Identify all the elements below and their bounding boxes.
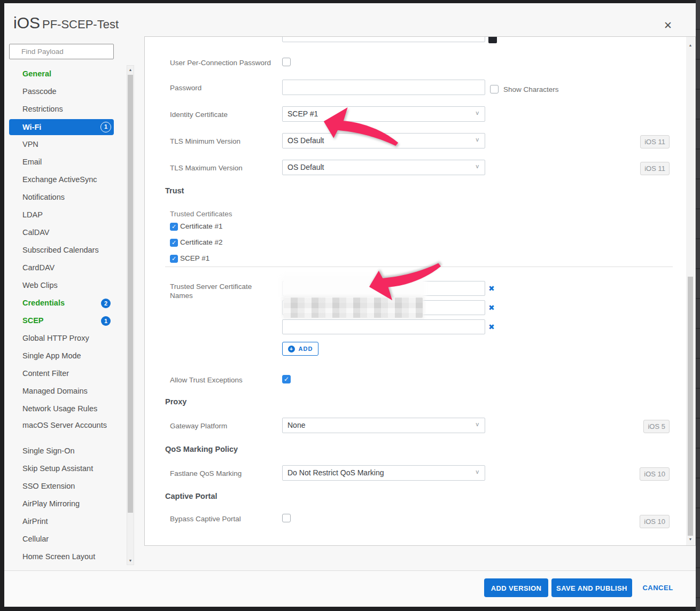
select-identity-certificate[interactable]: SCEP #1v — [282, 106, 485, 122]
sidebar-item-web-clips[interactable]: Web Clips — [9, 277, 114, 294]
certificate-name-input[interactable] — [282, 319, 485, 334]
form-scrollbar[interactable]: ▲ ▼ — [686, 37, 695, 545]
field-label: Fastlane QoS Marking — [170, 469, 279, 478]
sidebar-item-label: Notifications — [22, 193, 65, 201]
scroll-up-icon[interactable]: ▲ — [686, 43, 695, 47]
sidebar-item-restrictions[interactable]: Restrictions — [9, 100, 114, 118]
sidebar-item-cellular[interactable]: Cellular — [9, 530, 114, 548]
select-fastlane-qos-marking[interactable]: Do Not Restrict QoS Markingv — [282, 465, 485, 481]
select-value: OS Default — [287, 160, 324, 175]
remove-icon[interactable]: ✖ — [488, 304, 495, 311]
sidebar-item-caldav[interactable]: CalDAV — [9, 224, 114, 241]
chevron-down-icon: v — [476, 421, 479, 427]
close-icon[interactable]: ✕ — [664, 20, 672, 32]
sidebar-scrollbar[interactable]: ▲ ▼ — [127, 65, 134, 565]
select-value: SCEP #1 — [287, 107, 318, 121]
add-button[interactable]: +ADD — [282, 342, 318, 356]
cropped-top-field[interactable] — [282, 36, 485, 42]
select-gateway-platform[interactable]: Nonev — [282, 418, 485, 433]
select-value: Do Not Restrict QoS Marking — [287, 466, 384, 480]
checkbox-checked[interactable]: ✓ — [282, 375, 291, 383]
sidebar-item-label: Home Screen Layout — [22, 552, 95, 561]
sidebar-item-single-app-mode[interactable]: Single App Mode — [9, 347, 114, 365]
sidebar-item-scep[interactable]: SCEP1 — [9, 312, 114, 330]
sidebar-item-label: Network Usage Rules — [22, 404, 97, 413]
field-label: Bypass Captive Portal — [170, 514, 279, 523]
cropped-top-checkbox — [488, 36, 497, 43]
sidebar-item-label: Exchange ActiveSync — [22, 175, 97, 184]
chevron-down-icon: v — [476, 163, 479, 169]
sidebar-item-carddav[interactable]: CardDAV — [9, 259, 114, 277]
sidebar-item-label: macOS Server Accounts — [22, 421, 107, 429]
sidebar-item-email[interactable]: Email — [9, 153, 114, 171]
sidebar-item-macos-server-accounts[interactable]: macOS Server Accounts — [9, 418, 114, 442]
payload-count-badge: 1 — [100, 122, 111, 132]
sidebar-item-network-usage-rules[interactable]: Network Usage Rules — [9, 400, 114, 418]
sidebar-item-label: CalDAV — [22, 228, 50, 237]
sidebar-item-general[interactable]: General — [9, 65, 114, 83]
redacted-value — [284, 277, 423, 297]
sidebar-item-single-sign-on[interactable]: Single Sign-On — [9, 442, 114, 460]
sidebar-item-label: Subscribed Calendars — [22, 246, 99, 254]
select-tls-minimum-version[interactable]: OS Defaultv — [282, 133, 485, 148]
checkbox-checked[interactable]: ✓ — [170, 239, 178, 247]
save-and-publish-button[interactable]: SAVE AND PUBLISH — [551, 578, 632, 597]
field-label: TLS Maximum Version — [170, 163, 279, 173]
checkbox-checked[interactable]: ✓ — [170, 255, 178, 263]
page-title: PF-SCEP-Test — [42, 18, 119, 32]
sidebar-item-global-http-proxy[interactable]: Global HTTP Proxy — [9, 330, 114, 347]
sidebar-item-airprint[interactable]: AirPrint — [9, 513, 114, 530]
side-checkbox-label: Show Characters — [503, 85, 559, 94]
sidebar-item-subscribed-calendars[interactable]: Subscribed Calendars — [9, 241, 114, 259]
checkbox-checked[interactable]: ✓ — [170, 223, 178, 231]
sidebar-item-airplay-mirroring[interactable]: AirPlay Mirroring — [9, 495, 114, 513]
chevron-down-icon: v — [476, 109, 479, 116]
group-label: Trusted Certificates — [170, 210, 232, 218]
cancel-button[interactable]: CANCEL — [639, 578, 676, 597]
trusted-certificate-label: Certificate #2 — [180, 238, 223, 247]
remove-icon[interactable]: ✖ — [488, 323, 495, 331]
checkbox-unchecked[interactable] — [282, 514, 291, 522]
payload-count-badge: 1 — [101, 316, 111, 326]
sidebar-item-vpn[interactable]: VPN — [9, 136, 114, 153]
ios-version-badge: iOS 10 — [640, 515, 670, 528]
add-version-button[interactable]: ADD VERSION — [484, 578, 548, 597]
sidebar-item-label: VPN — [22, 140, 38, 148]
sidebar-item-credentials[interactable]: Credentials2 — [9, 294, 114, 312]
sidebar-scrollbar-thumb[interactable] — [128, 75, 133, 513]
select-tls-maximum-version[interactable]: OS Defaultv — [282, 160, 485, 175]
scroll-up-icon[interactable]: ▲ — [127, 68, 134, 72]
scroll-down-icon[interactable]: ▼ — [127, 559, 134, 562]
checkbox-unchecked[interactable] — [282, 58, 291, 66]
section-heading: Proxy — [165, 397, 186, 406]
sidebar-item-sso-extension[interactable]: SSO Extension — [9, 477, 114, 495]
sidebar-item-skip-setup-assistant[interactable]: Skip Setup Assistant — [9, 460, 114, 477]
sidebar-item-label: AirPrint — [22, 517, 48, 526]
field-label: TLS Minimum Version — [170, 137, 279, 146]
sidebar-item-label: CardDAV — [22, 263, 55, 272]
sidebar-item-managed-domains[interactable]: Managed Domains — [9, 382, 114, 400]
trusted-certificate-label: Certificate #1 — [180, 222, 223, 231]
scroll-down-icon[interactable]: ▼ — [686, 537, 695, 541]
search-input[interactable] — [9, 44, 114, 59]
form-scrollbar-thumb[interactable] — [688, 277, 693, 536]
field-label: Identity Certificate — [170, 110, 279, 119]
remove-icon[interactable]: ✖ — [488, 285, 495, 292]
sidebar-item-notifications[interactable]: Notifications — [9, 189, 114, 206]
profile-editor-modal-page: iOS PF-SCEP-Test ✕ GeneralPasscodeRestri… — [0, 0, 700, 611]
sidebar-item-label: LDAP — [22, 210, 43, 219]
sidebar-item-home-screen-layout[interactable]: Home Screen Layout — [9, 548, 114, 566]
sidebar-item-content-filter[interactable]: Content Filter — [9, 365, 114, 382]
sidebar-item-label: Restrictions — [22, 105, 63, 113]
checkbox-unchecked[interactable] — [490, 85, 499, 93]
background-page-edge — [696, 0, 700, 611]
chevron-down-icon: v — [476, 136, 479, 143]
sidebar-item-passcode[interactable]: Passcode — [9, 83, 114, 100]
platform-label: iOS — [13, 14, 40, 32]
sidebar-item-ldap[interactable]: LDAP — [9, 206, 114, 224]
sidebar-item-wi-fi[interactable]: Wi-Fi1 — [9, 119, 114, 135]
sidebar-item-exchange-activesync[interactable]: Exchange ActiveSync — [9, 171, 114, 189]
password-input[interactable] — [282, 80, 485, 95]
field-label: Password — [170, 83, 279, 92]
field-label: Trusted Server Certificate Names — [170, 282, 269, 300]
